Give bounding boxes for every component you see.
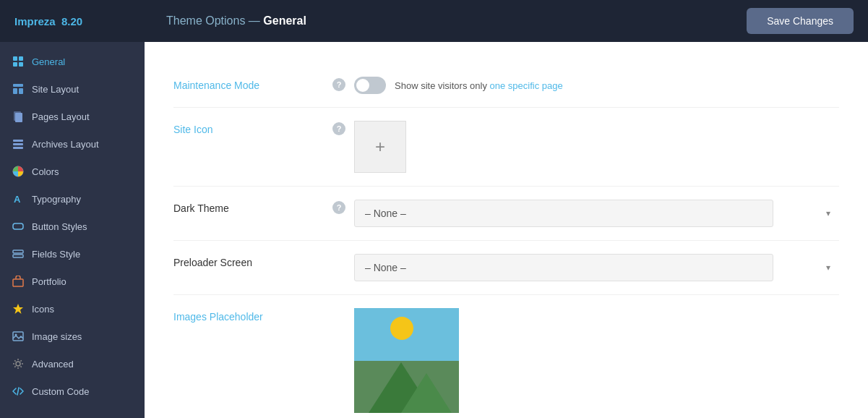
help-icon-maintenance[interactable]: ? xyxy=(332,78,345,91)
setting-control-site-icon: + xyxy=(354,121,839,173)
sidebar-item-icons[interactable]: Icons xyxy=(0,295,145,323)
setting-preloader-screen: Preloader Screen ? – None – ▾ xyxy=(173,241,839,295)
svg-rect-3 xyxy=(19,62,23,67)
setting-help-site-icon: ? xyxy=(332,121,354,135)
sidebar-item-archives-layout[interactable]: Archives Layout xyxy=(0,130,145,158)
preloader-select[interactable]: – None – xyxy=(354,254,773,281)
svg-text:A: A xyxy=(14,194,21,205)
setting-help-maintenance: ? xyxy=(332,77,354,91)
sidebar-label-archives-layout: Archives Layout xyxy=(32,139,99,150)
svg-rect-17 xyxy=(13,279,23,286)
sidebar-label-custom-code: Custom Code xyxy=(32,386,89,397)
sun-element xyxy=(390,317,413,340)
svg-rect-0 xyxy=(13,56,17,61)
main-layout: General Site Layout Pages Layout xyxy=(0,42,868,418)
sidebar-item-site-layout[interactable]: Site Layout xyxy=(0,75,145,103)
portfolio-icon xyxy=(12,275,25,288)
pages-icon xyxy=(12,110,25,123)
logo-version: 8.20 xyxy=(61,15,82,27)
svg-rect-5 xyxy=(13,88,17,94)
top-bar: Impreza 8.20 Theme Options — General Sav… xyxy=(0,0,868,42)
sidebar-item-custom-code[interactable]: Custom Code xyxy=(0,378,145,405)
sidebar-item-colors[interactable]: Colors xyxy=(0,158,145,185)
button-icon xyxy=(12,220,25,233)
setting-control-maintenance: Show site visitors only one specific pag… xyxy=(354,77,839,94)
typography-icon: A xyxy=(12,192,25,205)
sidebar-label-icons: Icons xyxy=(32,304,54,315)
svg-rect-2 xyxy=(13,62,17,67)
preloader-select-wrap: – None – ▾ xyxy=(354,254,839,281)
advanced-icon xyxy=(12,357,25,370)
fields-icon xyxy=(12,247,25,260)
app-logo: Impreza 8.20 xyxy=(14,15,82,27)
save-changes-button[interactable]: Save Changes xyxy=(747,8,854,34)
sidebar-item-button-styles[interactable]: Button Styles xyxy=(0,213,145,240)
toggle-highlight: one specific page xyxy=(490,80,563,91)
mountain-2 xyxy=(401,373,452,413)
svg-rect-1 xyxy=(19,56,23,61)
svg-marker-18 xyxy=(13,304,23,314)
setting-control-images-placeholder xyxy=(354,308,839,413)
setting-help-dark-theme: ? xyxy=(332,200,354,214)
site-icon-upload[interactable]: + xyxy=(354,121,406,173)
svg-rect-4 xyxy=(13,84,23,87)
maintenance-toggle[interactable] xyxy=(354,77,386,94)
setting-control-preloader: – None – ▾ xyxy=(354,254,839,281)
sidebar-label-colors: Colors xyxy=(32,166,59,177)
dark-theme-select[interactable]: – None – xyxy=(354,200,773,227)
archives-icon xyxy=(12,137,25,150)
setting-dark-theme: Dark Theme ? – None – ▾ xyxy=(173,187,839,241)
svg-rect-16 xyxy=(13,255,23,257)
chevron-down-icon-2: ▾ xyxy=(826,263,830,273)
page-title: Theme Options — General xyxy=(166,14,306,27)
help-icon-site-icon[interactable]: ? xyxy=(332,122,345,135)
sidebar-item-typography[interactable]: A Typography xyxy=(0,185,145,213)
setting-site-icon: Site Icon ? + xyxy=(173,108,839,187)
code-icon xyxy=(12,385,25,398)
svg-rect-15 xyxy=(13,250,23,253)
setting-label-maintenance: Maintenance Mode xyxy=(173,77,332,91)
sidebar-item-image-sizes[interactable]: Image sizes xyxy=(0,323,145,350)
sidebar-item-general[interactable]: General xyxy=(0,48,145,75)
grid-icon xyxy=(12,55,25,68)
chevron-down-icon: ▾ xyxy=(826,208,830,218)
logo-text: Impreza xyxy=(14,15,56,27)
sidebar-item-advanced[interactable]: Advanced xyxy=(0,350,145,378)
svg-point-21 xyxy=(16,362,20,366)
images-placeholder-preview[interactable] xyxy=(354,308,459,413)
svg-rect-14 xyxy=(13,223,23,229)
svg-rect-6 xyxy=(19,88,23,94)
setting-maintenance-mode: Maintenance Mode ? Show site visitors on… xyxy=(173,64,839,108)
sidebar-label-site-layout: Site Layout xyxy=(32,84,79,95)
help-icon-dark-theme[interactable]: ? xyxy=(332,201,345,214)
svg-rect-9 xyxy=(13,140,23,142)
layout-icon xyxy=(12,82,25,95)
page-title-section: General xyxy=(263,14,306,27)
sidebar-label-button-styles: Button Styles xyxy=(32,221,87,232)
sidebar-label-general: General xyxy=(32,56,65,67)
sidebar-item-pages-layout[interactable]: Pages Layout xyxy=(0,103,145,130)
sidebar: General Site Layout Pages Layout xyxy=(0,42,145,418)
sidebar-label-advanced: Advanced xyxy=(32,359,74,370)
setting-images-placeholder: Images Placeholder ? xyxy=(173,295,839,418)
sidebar-label-pages-layout: Pages Layout xyxy=(32,111,90,122)
setting-label-dark-theme: Dark Theme xyxy=(173,200,332,214)
sidebar-label-portfolio: Portfolio xyxy=(32,276,66,287)
setting-label-preloader: Preloader Screen xyxy=(173,254,332,268)
svg-rect-11 xyxy=(13,147,23,149)
upload-plus-icon: + xyxy=(375,137,385,157)
setting-label-images-placeholder: Images Placeholder xyxy=(173,308,332,323)
settings-content: Maintenance Mode ? Show site visitors on… xyxy=(145,42,868,418)
dark-theme-select-wrap: – None – ▾ xyxy=(354,200,839,227)
icons-icon xyxy=(12,302,25,315)
setting-control-dark-theme: – None – ▾ xyxy=(354,200,839,227)
sidebar-item-portfolio[interactable]: Portfolio xyxy=(0,268,145,295)
svg-rect-8 xyxy=(15,113,22,122)
sidebar-label-typography: Typography xyxy=(32,194,81,205)
svg-rect-10 xyxy=(13,143,23,145)
colors-icon xyxy=(12,165,25,178)
sidebar-item-fields-style[interactable]: Fields Style xyxy=(0,240,145,268)
sidebar-label-image-sizes: Image sizes xyxy=(32,331,82,342)
image-icon xyxy=(12,330,25,343)
sidebar-label-fields-style: Fields Style xyxy=(32,249,80,260)
